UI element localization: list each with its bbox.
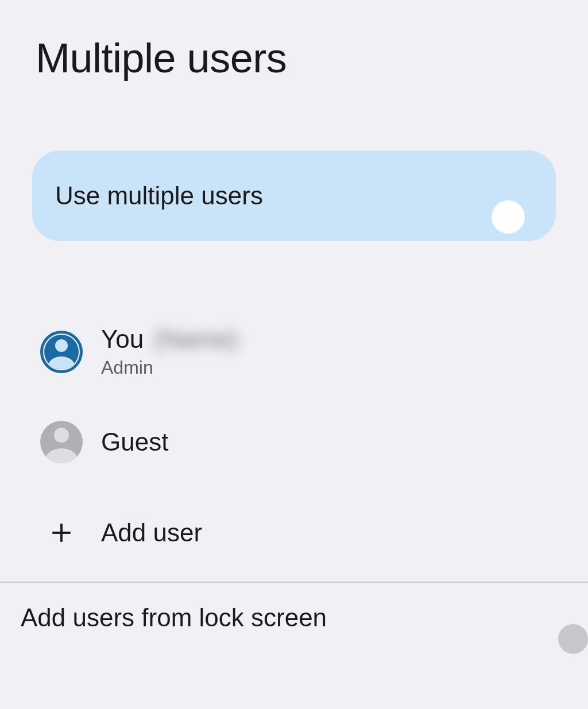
add-user-button[interactable]: Add user	[40, 482, 588, 582]
user-row-you[interactable]: You (Name) Admin	[40, 316, 588, 402]
add-users-from-lock-screen-label: Add users from lock screen	[21, 603, 327, 632]
add-user-label: Add user	[101, 518, 202, 547]
use-multiple-users-label: Use multiple users	[55, 181, 263, 210]
user-name-prefix: You	[101, 325, 144, 354]
page-title: Multiple users	[0, 0, 588, 82]
user-label-block: Guest	[101, 428, 168, 456]
user-row-guest[interactable]: Guest	[40, 402, 588, 482]
user-label-block: You (Name) Admin	[101, 325, 238, 378]
user-name-redacted: (Name)	[154, 325, 238, 354]
user-role: Admin	[101, 357, 238, 378]
add-users-from-lock-screen-row[interactable]: Add users from lock screen	[0, 583, 588, 653]
user-name: Guest	[101, 428, 168, 456]
plus-icon	[40, 512, 83, 554]
use-multiple-users-card[interactable]: Use multiple users	[32, 150, 556, 241]
avatar-icon	[40, 331, 83, 373]
avatar-icon	[40, 421, 83, 463]
users-list: You (Name) Admin Guest Add user	[0, 316, 588, 582]
